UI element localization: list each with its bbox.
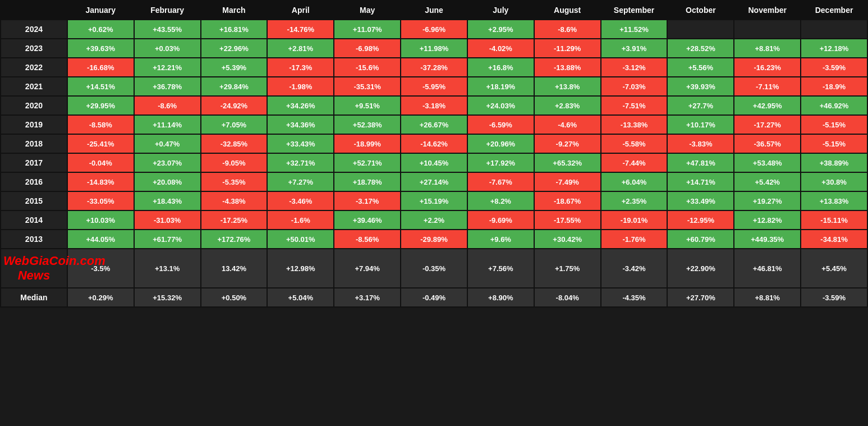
cell-value: -16.68% [67, 58, 134, 77]
cell-value: -14.76% [267, 20, 334, 39]
cell-value: -9.05% [201, 153, 268, 172]
median-cell: +0.29% [67, 288, 134, 307]
cell-value: +13.8% [534, 77, 601, 96]
cell-value: +33.43% [267, 134, 334, 153]
cell-value: -33.05% [67, 191, 134, 210]
data-table: JanuaryFebruaryMarchAprilMayJuneJulyAugu… [0, 0, 868, 308]
year-label: 2021 [1, 77, 67, 96]
cell-value: -7.67% [467, 172, 534, 191]
header-month-november: November [734, 1, 801, 20]
cell-value: +39.46% [334, 210, 401, 230]
data-row: 2024+0.62%+43.55%+16.81%-14.76%+11.07%-6… [1, 20, 867, 39]
cell-value: +0.47% [134, 134, 201, 153]
cell-value: +38.89% [801, 153, 867, 172]
cell-value: -6.98% [334, 39, 401, 58]
cell-value: +39.93% [667, 77, 734, 96]
cell-value: +22.96% [201, 39, 268, 58]
cell-value: -7.49% [534, 172, 601, 191]
average-cell: +46.81% [734, 249, 801, 288]
cell-value: -37.28% [401, 58, 467, 77]
cell-value: +42.95% [734, 96, 801, 115]
header-month-april: April [267, 1, 334, 20]
cell-value: +61.77% [134, 230, 201, 249]
cell-value: +8.2% [467, 191, 534, 210]
cell-value: -32.85% [201, 134, 268, 153]
cell-value: -1.76% [601, 230, 668, 249]
cell-value: +5.42% [734, 172, 801, 191]
cell-value: -9.27% [534, 134, 601, 153]
year-label: 2014 [1, 210, 67, 230]
median-label: Median [1, 288, 67, 307]
header-month-january: January [67, 1, 134, 20]
cell-value: -4.38% [201, 191, 268, 210]
cell-value: -5.58% [601, 134, 668, 153]
cell-value: -35.31% [334, 77, 401, 96]
average-cell: +5.45% [801, 249, 867, 288]
cell-value: +26.67% [401, 115, 467, 134]
cell-value: -0.04% [67, 153, 134, 172]
median-cell: -4.35% [601, 288, 668, 307]
data-row: 2020+29.95%-8.6%-24.92%+34.26%+9.51%-3.1… [1, 96, 867, 115]
median-cell: +8.90% [467, 288, 534, 307]
cell-value: -6.96% [401, 20, 467, 39]
cell-value: +53.48% [734, 153, 801, 172]
header-month-february: February [134, 1, 201, 20]
header-month-july: July [467, 1, 534, 20]
cell-value: -34.81% [801, 230, 867, 249]
median-cell: -8.04% [534, 288, 601, 307]
cell-value: +2.2% [401, 210, 467, 230]
cell-value: -8.6% [134, 96, 201, 115]
cell-value: +14.51% [67, 77, 134, 96]
median-cell: +8.81% [734, 288, 801, 307]
header-month-june: June [401, 1, 467, 20]
cell-value: -18.67% [534, 191, 601, 210]
cell-value: +9.51% [334, 96, 401, 115]
cell-value: +46.92% [801, 96, 867, 115]
header-time [1, 1, 67, 20]
cell-value: -29.89% [401, 230, 467, 249]
cell-value: +5.56% [667, 58, 734, 77]
cell-value: -3.17% [334, 191, 401, 210]
cell-value: -17.55% [534, 210, 601, 230]
year-label: 2019 [1, 115, 67, 134]
header-month-august: August [534, 1, 601, 20]
cell-value: -3.46% [267, 191, 334, 210]
cell-value: +34.26% [267, 96, 334, 115]
median-row: Median+0.29%+15.32%+0.50%+5.04%+3.17%-0.… [1, 288, 867, 307]
median-cell: +0.50% [201, 288, 268, 307]
cell-value: +11.52% [601, 20, 668, 39]
data-row: 2013+44.05%+61.77%+172.76%+50.01%-8.56%-… [1, 230, 867, 249]
median-cell: +15.32% [134, 288, 201, 307]
cell-value: +18.43% [134, 191, 201, 210]
cell-value: +6.04% [601, 172, 668, 191]
cell-value: +2.81% [267, 39, 334, 58]
cell-value: +5.39% [201, 58, 268, 77]
cell-value: +60.79% [667, 230, 734, 249]
cell-value: -13.88% [534, 58, 601, 77]
cell-value: +36.78% [134, 77, 201, 96]
cell-value: -36.57% [734, 134, 801, 153]
header-month-march: March [201, 1, 268, 20]
cell-value: -1.98% [267, 77, 334, 96]
cell-value: +11.98% [401, 39, 467, 58]
median-cell: +3.17% [334, 288, 401, 307]
cell-value: +52.38% [334, 115, 401, 134]
year-label: 2017 [1, 153, 67, 172]
average-cell: +12.98% [267, 249, 334, 288]
cell-value: +27.7% [667, 96, 734, 115]
cell-value: +43.55% [134, 20, 201, 39]
cell-value: -7.44% [601, 153, 668, 172]
cell-value: +11.14% [134, 115, 201, 134]
cell-value: -7.51% [601, 96, 668, 115]
cell-value: -17.25% [201, 210, 268, 230]
cell-value: +27.14% [401, 172, 467, 191]
data-row: 2016-14.83%+20.08%-5.35%+7.27%+18.78%+27… [1, 172, 867, 191]
cell-value: +0.62% [67, 20, 134, 39]
year-label: 2020 [1, 96, 67, 115]
data-row: 2014+10.03%-31.03%-17.25%-1.6%+39.46%+2.… [1, 210, 867, 230]
data-row: 2015-33.05%+18.43%-4.38%-3.46%-3.17%+15.… [1, 191, 867, 210]
cell-value: -16.23% [734, 58, 801, 77]
average-cell: +7.56% [467, 249, 534, 288]
cell-value: -19.01% [601, 210, 668, 230]
cell-value: +0.03% [134, 39, 201, 58]
